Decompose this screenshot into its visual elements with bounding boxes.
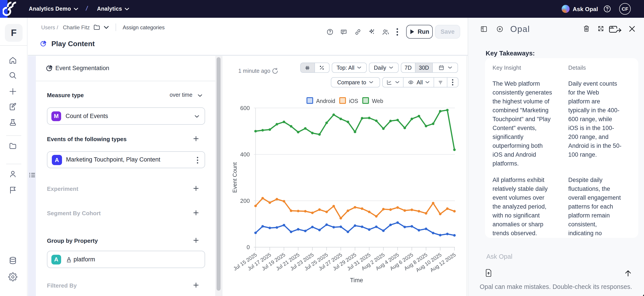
svg-text:0: 0 [247,244,250,250]
svg-text:Event Count: Event Count [232,162,238,193]
svg-text:400: 400 [240,151,250,158]
svg-text:Time: Time [350,277,363,283]
svg-text:600: 600 [240,105,250,111]
svg-text:200: 200 [240,198,250,204]
